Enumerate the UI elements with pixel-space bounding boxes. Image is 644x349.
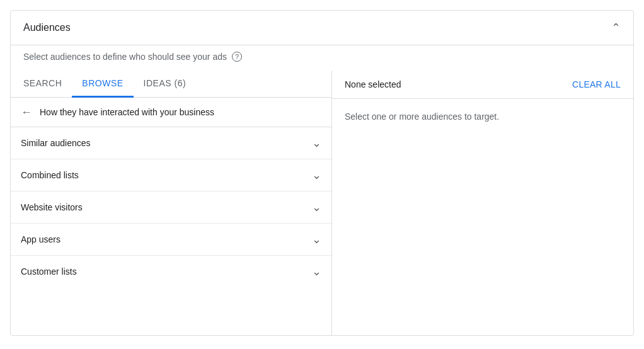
help-icon[interactable]: ?: [232, 52, 242, 62]
none-selected-label: None selected: [345, 79, 401, 89]
main-content: SEARCH BROWSE IDEAS (6) ← How they have …: [11, 71, 633, 335]
subtitle-row: Select audiences to define who should se…: [11, 45, 633, 71]
chevron-down-icon: ⌄: [312, 136, 321, 150]
tab-search[interactable]: SEARCH: [13, 71, 72, 98]
chevron-down-icon: ⌄: [312, 168, 321, 182]
empty-state-message: Select one or more audiences to target.: [345, 112, 499, 122]
left-panel: SEARCH BROWSE IDEAS (6) ← How they have …: [11, 71, 332, 335]
list-item-app-users[interactable]: App users ⌄: [11, 224, 331, 256]
list-item-similar-audiences[interactable]: Similar audiences ⌄: [11, 127, 331, 159]
list-item-label: Website visitors: [21, 202, 83, 212]
list-item-label: App users: [21, 234, 60, 244]
chevron-down-icon: ⌄: [312, 232, 321, 246]
collapse-icon[interactable]: ⌃: [611, 21, 621, 35]
list-item-label: Customer lists: [21, 266, 77, 277]
list-item-label: Similar audiences: [21, 138, 91, 148]
right-panel-header: None selected CLEAR ALL: [332, 71, 633, 99]
clear-all-button[interactable]: CLEAR ALL: [572, 79, 621, 89]
right-panel: None selected CLEAR ALL Select one or mo…: [332, 71, 633, 335]
subtitle-text: Select audiences to define who should se…: [23, 52, 227, 62]
panel-header: Audiences ⌃: [11, 11, 633, 45]
audiences-panel: Audiences ⌃ Select audiences to define w…: [10, 10, 634, 336]
list-item-website-visitors[interactable]: Website visitors ⌄: [11, 192, 331, 224]
right-panel-body: Select one or more audiences to target.: [332, 99, 633, 134]
panel-title: Audiences: [23, 22, 71, 33]
list-item-customer-lists[interactable]: Customer lists ⌄: [11, 256, 331, 287]
tabs-bar: SEARCH BROWSE IDEAS (6): [11, 71, 331, 98]
browse-list: Similar audiences ⌄ Combined lists ⌄ Web…: [11, 127, 331, 287]
chevron-down-icon: ⌄: [312, 200, 321, 214]
list-item-label: Combined lists: [21, 170, 79, 180]
back-arrow-icon[interactable]: ←: [21, 106, 32, 118]
tab-ideas[interactable]: IDEAS (6): [134, 71, 197, 98]
back-row[interactable]: ← How they have interacted with your bus…: [11, 98, 331, 127]
tab-browse[interactable]: BROWSE: [72, 71, 133, 98]
chevron-down-icon: ⌄: [312, 265, 321, 278]
back-label: How they have interacted with your busin…: [40, 107, 214, 117]
list-item-combined-lists[interactable]: Combined lists ⌄: [11, 159, 331, 192]
